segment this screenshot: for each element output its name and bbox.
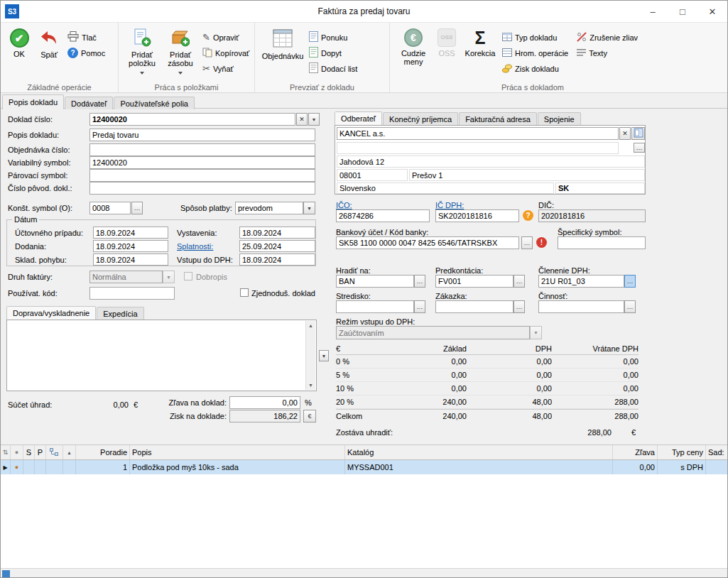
grid-header-sadzba[interactable]: Sad: — [706, 445, 728, 459]
customer-city-field[interactable]: Prešov 1 — [409, 169, 645, 181]
pay-to-field[interactable]: BAN — [336, 275, 414, 288]
grid-sort-header[interactable]: ⇅ — [1, 445, 11, 459]
contract-field[interactable] — [435, 300, 514, 313]
doc-type-button[interactable]: Typ dokladu — [502, 31, 568, 43]
tab-popis-dokladu[interactable]: Popis dokladu — [2, 94, 64, 109]
tab-odberatel[interactable]: Odberateľ — [335, 111, 382, 125]
doc-discount-field[interactable]: 0,00 — [229, 396, 300, 409]
doc-number-dropdown-button[interactable]: ▼ — [308, 113, 320, 126]
grid-ball-header[interactable]: ● — [11, 445, 23, 459]
doc-profit-currency-button[interactable]: € — [303, 410, 316, 422]
print-button[interactable]: Tlač — [67, 31, 105, 43]
delivery-note-button[interactable]: Dodací list — [309, 62, 357, 75]
order-number-field[interactable] — [89, 143, 315, 156]
orig-doc-number-field[interactable] — [89, 182, 315, 195]
cost-center-lookup-button[interactable]: … — [414, 300, 425, 313]
invoice-type-combo[interactable]: Normálna — [89, 271, 163, 283]
customer-name-field[interactable]: KANCEL a.s. — [337, 127, 619, 140]
add-item-button[interactable]: Pridať položku — [123, 25, 161, 80]
cost-center-field[interactable] — [336, 300, 414, 313]
payment-method-combo[interactable]: prevodom — [235, 202, 303, 214]
bank-account-field[interactable]: SK58 1100 0000 0047 8425 6546/TATRSKBX — [336, 236, 519, 249]
tab-dodavatel[interactable]: Dodávateľ — [65, 97, 113, 109]
due-date-link[interactable]: Splatnosti: — [177, 242, 213, 251]
simplified-doc-checkbox[interactable] — [240, 288, 249, 297]
ok-button[interactable]: ✔ OK — [5, 25, 33, 80]
const-symbol-field[interactable]: 0008 — [89, 202, 131, 214]
customer-clear-button[interactable]: ✕ — [619, 127, 631, 140]
vat-check-icon[interactable]: ? — [523, 210, 533, 221]
items-grid-row-selected[interactable]: ▶ ● 1 Podložka pod myš 10ks - sada MYSSA… — [1, 460, 728, 474]
icdph-field[interactable]: SK2020181816 — [435, 209, 519, 222]
scroll-up-icon[interactable]: ▲ — [306, 321, 315, 330]
order-button[interactable]: Objednávku — [259, 25, 306, 80]
correction-button[interactable]: Σ Korekcia — [461, 25, 499, 80]
precontation-field[interactable]: FV001 — [435, 275, 514, 288]
doc-number-clear-button[interactable]: ✕ — [296, 113, 308, 126]
edit-button[interactable]: ✎ Opraviť — [202, 31, 249, 43]
customer-country-code-field[interactable]: SK — [555, 182, 645, 194]
transport-note-scrollbar[interactable]: ▲ ▼ — [305, 321, 315, 390]
vat-entry-date-field[interactable]: 18.09.2024 — [239, 253, 315, 266]
accounting-date-field[interactable]: 18.09.2024 — [93, 227, 168, 239]
contract-lookup-button[interactable]: … — [514, 300, 525, 313]
tab-konecny-prijemca[interactable]: Konečný príjemca — [383, 112, 458, 125]
precontation-lookup-button[interactable]: … — [514, 275, 525, 288]
icdph-link[interactable]: IČ DPH: — [435, 201, 464, 209]
grid-tree-header[interactable] — [46, 445, 63, 459]
items-grid-empty-area[interactable] — [1, 474, 728, 568]
customer-street-field[interactable]: Jahodová 12 — [337, 156, 645, 168]
items-grid-horizontal-scrollbar[interactable] — [1, 568, 727, 578]
grid-header-popis[interactable]: Popis — [130, 445, 345, 459]
tab-expedicia[interactable]: Expedícia — [97, 307, 143, 320]
grid-header-katalog[interactable]: Katalóg — [345, 445, 613, 459]
ico-field[interactable]: 26874286 — [336, 209, 430, 222]
pairing-symbol-field[interactable] — [89, 169, 315, 182]
demand-button[interactable]: Dopyt — [309, 47, 357, 59]
tab-pouzivatelske-polia[interactable]: Používateľské polia — [114, 97, 195, 109]
customer-more-button[interactable]: … — [634, 143, 645, 153]
const-symbol-lookup-button[interactable]: … — [131, 202, 143, 214]
specific-symbol-field[interactable] — [558, 236, 646, 249]
stock-move-date-field[interactable]: 18.09.2024 — [93, 253, 168, 266]
foreign-currency-button[interactable]: € Cudzie meny — [394, 25, 433, 80]
variable-symbol-field[interactable]: 12400020 — [89, 156, 315, 169]
tab-doprava[interactable]: Doprava/vyskladnenie — [6, 306, 96, 320]
offer-button[interactable]: Ponuku — [309, 31, 357, 43]
grid-sort-direction-header[interactable]: ▲ — [63, 445, 76, 459]
minimize-button[interactable]: – — [638, 1, 668, 22]
texts-button[interactable]: Texty — [577, 47, 638, 59]
due-date-field[interactable]: 25.09.2024 — [239, 240, 315, 252]
doc-profit-button[interactable]: Zisk dokladu — [502, 62, 568, 75]
delivery-date-field[interactable]: 18.09.2024 — [93, 240, 168, 252]
bulk-operations-button[interactable]: Hrom. operácie — [502, 47, 568, 59]
grid-header-zlava[interactable]: Zľava — [613, 445, 658, 459]
doc-number-field[interactable]: 12400020 — [89, 113, 295, 126]
grid-header-typ-ceny[interactable]: Typ ceny — [658, 445, 706, 459]
scroll-down-icon[interactable]: ▼ — [306, 381, 315, 390]
bank-account-lookup-button[interactable]: … — [521, 236, 533, 249]
grid-header-poradie[interactable]: Poradie — [76, 445, 130, 459]
oss-button[interactable]: OSS OSS — [433, 25, 461, 80]
activity-field[interactable] — [538, 300, 624, 313]
help-button[interactable]: ? Pomoc — [67, 47, 105, 59]
grid-header-s[interactable]: S — [23, 445, 35, 459]
cancel-discounts-button[interactable]: Zrušenie zliav — [577, 31, 638, 43]
ico-link[interactable]: IČO: — [336, 201, 352, 209]
cut-button[interactable]: ✂ Vyňať — [202, 62, 249, 75]
issue-date-field[interactable]: 18.09.2024 — [239, 227, 315, 239]
pay-to-lookup-button[interactable]: … — [414, 275, 425, 288]
customer-country-field[interactable]: Slovensko — [337, 182, 554, 194]
user-code-field[interactable] — [89, 287, 175, 300]
customer-zip-field[interactable]: 08001 — [337, 169, 408, 181]
tab-fakturacna-adresa[interactable]: Fakturačná adresa — [459, 112, 537, 125]
maximize-button[interactable]: □ — [668, 1, 697, 22]
customer-lookup-button[interactable] — [631, 127, 645, 140]
back-button[interactable]: Späť — [33, 25, 65, 80]
payment-method-dropdown-button[interactable]: ▼ — [303, 202, 315, 214]
doc-desc-field[interactable]: Predaj tovaru — [89, 129, 315, 141]
tab-spojenie[interactable]: Spojenie — [538, 112, 581, 125]
copy-button[interactable]: Kopírovať — [202, 47, 249, 59]
activity-lookup-button[interactable]: … — [624, 300, 636, 313]
transport-note-textarea[interactable]: ▲ ▼ — [6, 320, 317, 391]
